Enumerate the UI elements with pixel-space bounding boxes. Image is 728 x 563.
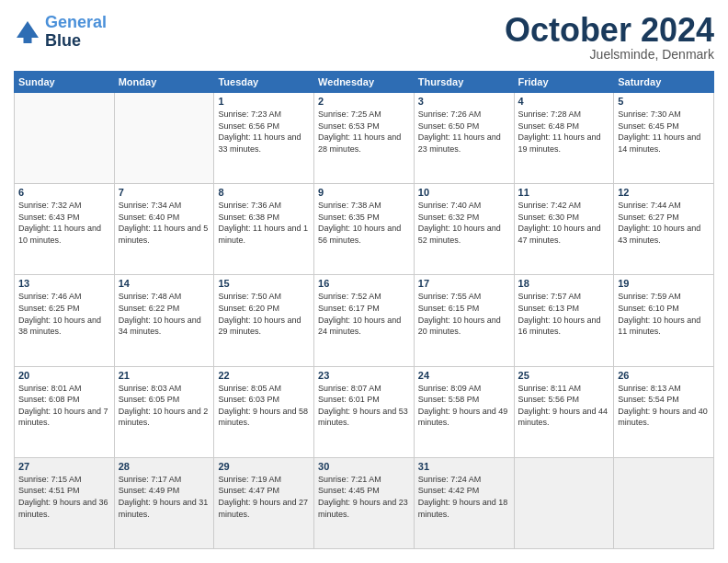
day-number: 2 <box>318 96 410 107</box>
calendar-week-4: 20Sunrise: 8:01 AM Sunset: 6:08 PM Dayli… <box>15 366 714 457</box>
day-number: 7 <box>119 187 210 198</box>
cell-info: Sunrise: 8:07 AM Sunset: 6:01 PM Dayligh… <box>318 383 410 429</box>
title-area: October 2024 Juelsminde, Denmark <box>505 14 714 62</box>
col-wednesday: Wednesday <box>314 72 415 93</box>
cell-info: Sunrise: 7:57 AM Sunset: 6:13 PM Dayligh… <box>518 291 610 337</box>
day-number: 9 <box>318 187 410 198</box>
day-number: 30 <box>318 461 410 472</box>
cell-info: Sunrise: 7:26 AM Sunset: 6:50 PM Dayligh… <box>418 109 510 155</box>
calendar-cell: 23Sunrise: 8:07 AM Sunset: 6:01 PM Dayli… <box>314 366 415 457</box>
day-number: 12 <box>618 187 710 198</box>
calendar-cell <box>614 457 714 548</box>
col-monday: Monday <box>114 72 214 93</box>
calendar-week-3: 13Sunrise: 7:46 AM Sunset: 6:25 PM Dayli… <box>15 275 714 366</box>
calendar-cell: 11Sunrise: 7:42 AM Sunset: 6:30 PM Dayli… <box>514 184 614 275</box>
day-number: 27 <box>18 461 110 472</box>
col-friday: Friday <box>514 72 614 93</box>
location: Juelsminde, Denmark <box>505 47 714 62</box>
header: General Blue October 2024 Juelsminde, De… <box>14 14 714 62</box>
calendar-cell: 9Sunrise: 7:38 AM Sunset: 6:35 PM Daylig… <box>314 184 415 275</box>
calendar-cell: 18Sunrise: 7:57 AM Sunset: 6:13 PM Dayli… <box>514 275 614 366</box>
cell-info: Sunrise: 7:23 AM Sunset: 6:56 PM Dayligh… <box>218 109 310 155</box>
page: General Blue October 2024 Juelsminde, De… <box>0 0 728 563</box>
svg-marker-0 <box>17 21 39 38</box>
cell-info: Sunrise: 7:30 AM Sunset: 6:45 PM Dayligh… <box>618 109 710 155</box>
calendar-cell: 14Sunrise: 7:48 AM Sunset: 6:22 PM Dayli… <box>114 275 214 366</box>
calendar-week-1: 1Sunrise: 7:23 AM Sunset: 6:56 PM Daylig… <box>15 93 714 184</box>
calendar-cell: 25Sunrise: 8:11 AM Sunset: 5:56 PM Dayli… <box>514 366 614 457</box>
cell-info: Sunrise: 7:50 AM Sunset: 6:20 PM Dayligh… <box>218 291 310 337</box>
calendar-cell: 8Sunrise: 7:36 AM Sunset: 6:38 PM Daylig… <box>214 184 314 275</box>
calendar-cell: 6Sunrise: 7:32 AM Sunset: 6:43 PM Daylig… <box>15 184 115 275</box>
day-number: 10 <box>418 187 510 198</box>
calendar-cell: 13Sunrise: 7:46 AM Sunset: 6:25 PM Dayli… <box>15 275 115 366</box>
day-number: 1 <box>218 96 310 107</box>
day-number: 21 <box>119 370 210 381</box>
day-number: 29 <box>218 461 310 472</box>
calendar-cell: 7Sunrise: 7:34 AM Sunset: 6:40 PM Daylig… <box>114 184 214 275</box>
calendar-cell <box>114 93 214 184</box>
calendar-cell: 4Sunrise: 7:28 AM Sunset: 6:48 PM Daylig… <box>514 93 614 184</box>
svg-rect-1 <box>24 38 32 43</box>
cell-info: Sunrise: 7:44 AM Sunset: 6:27 PM Dayligh… <box>618 200 710 246</box>
day-number: 17 <box>418 278 510 289</box>
calendar-cell: 26Sunrise: 8:13 AM Sunset: 5:54 PM Dayli… <box>614 366 714 457</box>
day-number: 13 <box>18 278 110 289</box>
calendar-cell: 31Sunrise: 7:24 AM Sunset: 4:42 PM Dayli… <box>414 457 514 548</box>
day-number: 15 <box>218 278 310 289</box>
cell-info: Sunrise: 7:42 AM Sunset: 6:30 PM Dayligh… <box>518 200 610 246</box>
cell-info: Sunrise: 8:05 AM Sunset: 6:03 PM Dayligh… <box>218 383 310 429</box>
calendar-cell: 24Sunrise: 8:09 AM Sunset: 5:58 PM Dayli… <box>414 366 514 457</box>
calendar-cell: 27Sunrise: 7:15 AM Sunset: 4:51 PM Dayli… <box>15 457 115 548</box>
cell-info: Sunrise: 7:36 AM Sunset: 6:38 PM Dayligh… <box>218 200 310 246</box>
day-number: 24 <box>418 370 510 381</box>
col-tuesday: Tuesday <box>214 72 314 93</box>
calendar-cell: 17Sunrise: 7:55 AM Sunset: 6:15 PM Dayli… <box>414 275 514 366</box>
day-number: 11 <box>518 187 610 198</box>
cell-info: Sunrise: 7:15 AM Sunset: 4:51 PM Dayligh… <box>18 474 110 520</box>
cell-info: Sunrise: 8:13 AM Sunset: 5:54 PM Dayligh… <box>618 383 710 429</box>
day-number: 31 <box>418 461 510 472</box>
cell-info: Sunrise: 7:34 AM Sunset: 6:40 PM Dayligh… <box>119 200 210 246</box>
cell-info: Sunrise: 7:24 AM Sunset: 4:42 PM Dayligh… <box>418 474 510 520</box>
col-saturday: Saturday <box>614 72 714 93</box>
month-title: October 2024 <box>505 14 714 47</box>
calendar-cell: 22Sunrise: 8:05 AM Sunset: 6:03 PM Dayli… <box>214 366 314 457</box>
day-number: 6 <box>18 187 110 198</box>
cell-info: Sunrise: 7:46 AM Sunset: 6:25 PM Dayligh… <box>18 291 110 337</box>
cell-info: Sunrise: 7:48 AM Sunset: 6:22 PM Dayligh… <box>119 291 210 337</box>
logo: General Blue <box>14 14 107 51</box>
calendar-cell: 15Sunrise: 7:50 AM Sunset: 6:20 PM Dayli… <box>214 275 314 366</box>
col-thursday: Thursday <box>414 72 514 93</box>
calendar-cell: 3Sunrise: 7:26 AM Sunset: 6:50 PM Daylig… <box>414 93 514 184</box>
day-number: 5 <box>618 96 710 107</box>
day-number: 18 <box>518 278 610 289</box>
calendar-cell: 20Sunrise: 8:01 AM Sunset: 6:08 PM Dayli… <box>15 366 115 457</box>
cell-info: Sunrise: 7:17 AM Sunset: 4:49 PM Dayligh… <box>119 474 210 520</box>
cell-info: Sunrise: 8:01 AM Sunset: 6:08 PM Dayligh… <box>18 383 110 429</box>
calendar-cell: 28Sunrise: 7:17 AM Sunset: 4:49 PM Dayli… <box>114 457 214 548</box>
calendar-table: Sunday Monday Tuesday Wednesday Thursday… <box>14 71 714 549</box>
day-number: 22 <box>218 370 310 381</box>
cell-info: Sunrise: 7:40 AM Sunset: 6:32 PM Dayligh… <box>418 200 510 246</box>
cell-info: Sunrise: 7:25 AM Sunset: 6:53 PM Dayligh… <box>318 109 410 155</box>
calendar-week-5: 27Sunrise: 7:15 AM Sunset: 4:51 PM Dayli… <box>15 457 714 548</box>
cell-info: Sunrise: 8:03 AM Sunset: 6:05 PM Dayligh… <box>119 383 210 429</box>
cell-info: Sunrise: 7:21 AM Sunset: 4:45 PM Dayligh… <box>318 474 410 520</box>
cell-info: Sunrise: 7:59 AM Sunset: 6:10 PM Dayligh… <box>618 291 710 337</box>
calendar-week-2: 6Sunrise: 7:32 AM Sunset: 6:43 PM Daylig… <box>15 184 714 275</box>
logo-icon <box>14 18 41 46</box>
calendar-cell: 5Sunrise: 7:30 AM Sunset: 6:45 PM Daylig… <box>614 93 714 184</box>
calendar-header-row: Sunday Monday Tuesday Wednesday Thursday… <box>15 72 714 93</box>
calendar-cell <box>15 93 115 184</box>
cell-info: Sunrise: 8:09 AM Sunset: 5:58 PM Dayligh… <box>418 383 510 429</box>
day-number: 3 <box>418 96 510 107</box>
calendar-cell: 1Sunrise: 7:23 AM Sunset: 6:56 PM Daylig… <box>214 93 314 184</box>
day-number: 25 <box>518 370 610 381</box>
day-number: 16 <box>318 278 410 289</box>
calendar-cell: 19Sunrise: 7:59 AM Sunset: 6:10 PM Dayli… <box>614 275 714 366</box>
calendar-cell: 10Sunrise: 7:40 AM Sunset: 6:32 PM Dayli… <box>414 184 514 275</box>
calendar-cell: 16Sunrise: 7:52 AM Sunset: 6:17 PM Dayli… <box>314 275 415 366</box>
calendar-cell: 29Sunrise: 7:19 AM Sunset: 4:47 PM Dayli… <box>214 457 314 548</box>
day-number: 26 <box>618 370 710 381</box>
